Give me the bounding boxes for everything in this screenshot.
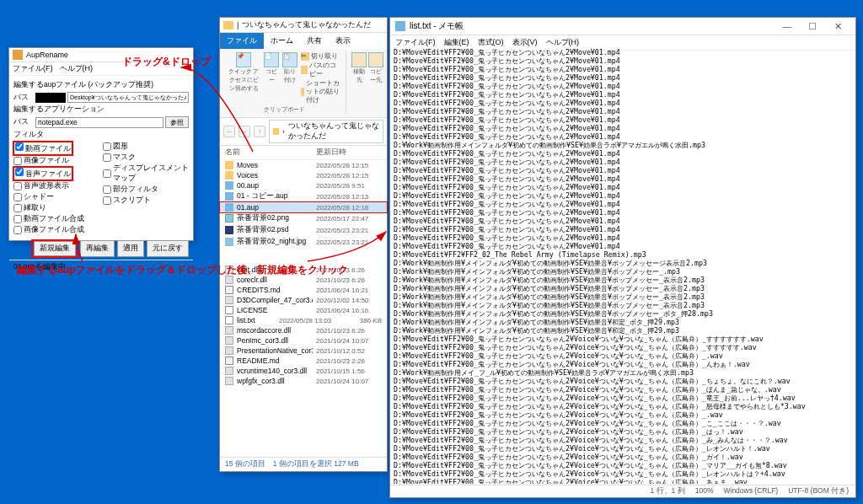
file-item[interactable]: Moves2022/05/28 12:15 — [220, 160, 387, 170]
minimize-button[interactable]: — — [775, 21, 800, 31]
auprename-titlebar[interactable]: AupRename — [9, 48, 193, 62]
col-date[interactable]: 更新日時 — [316, 147, 382, 158]
file-name: LICENSE — [237, 306, 313, 314]
filter-縁取り[interactable]: 縁取り — [13, 203, 99, 213]
file-item[interactable]: vcruntime140_cor3.dll2021/10/15 1:56 — [220, 366, 387, 376]
file-item[interactable]: README.md2021/10/23 2:26 — [220, 356, 387, 366]
move-to-icon[interactable] — [351, 52, 367, 67]
explorer-status: 15 個の項目 1 個の項目を選択 127 MB — [220, 457, 387, 471]
dll-icon — [225, 377, 233, 385]
filter-動画ファイル合成[interactable]: 動画ファイル合成 — [13, 214, 99, 224]
dll-icon — [225, 346, 233, 355]
copy-path-item[interactable]: パスのコピー — [301, 62, 342, 78]
file-item[interactable]: CREDITS.md2021/06/24 16:21 — [220, 285, 387, 295]
file-item[interactable]: 00.aup2022/05/28 9:51 — [220, 180, 387, 190]
nav-back[interactable]: ← — [223, 126, 235, 137]
folder-icon — [225, 161, 233, 169]
re-edit-button[interactable]: 再編集 — [80, 240, 115, 257]
file-item[interactable]: coreclr.dll2021/10/23 6:26 — [220, 275, 387, 285]
file-item[interactable]: Voices2022/05/28 12:15 — [220, 170, 387, 180]
filter-シャドー[interactable]: シャドー — [13, 192, 99, 202]
file-date: 2022/05/17 22:47 — [316, 215, 382, 223]
filter-画像ファイル合成[interactable]: 画像ファイル合成 — [13, 225, 99, 235]
filter-動画ファイル[interactable]: 動画ファイル — [13, 142, 99, 155]
tab-home[interactable]: ホーム — [264, 33, 300, 49]
file-date: 2020/12/02 14:50 — [316, 297, 382, 304]
file-item[interactable]: 茶番背景02.psd2022/05/23 23:21 — [220, 224, 387, 236]
file-date: 2021/06/24 16:21 — [316, 287, 382, 294]
dll-icon — [225, 367, 233, 375]
file-item[interactable]: PenImc_cor3.dll2021/10/24 10:07 — [220, 335, 387, 346]
app-path-input[interactable] — [35, 117, 163, 128]
filter-部分フィルタ[interactable]: 部分フィルタ — [103, 185, 189, 195]
file-item[interactable]: 茶番背景02.png2022/05/17 22:47 — [220, 212, 387, 224]
file-item[interactable]: mscordaccore.dll2021/10/23 6:26 — [220, 325, 387, 335]
aup-icon — [225, 181, 233, 190]
copy-icon[interactable]: 📄 — [264, 52, 279, 67]
filter-スクリプト[interactable]: スクリプト — [103, 196, 189, 206]
tab-share[interactable]: 共有 — [300, 33, 329, 49]
paste-label: 貼り付け — [282, 67, 297, 84]
jpg-icon — [225, 238, 233, 246]
np-menu-view[interactable]: 表示(V) — [512, 37, 538, 48]
file-date: 2021/10/23 2:26 — [316, 357, 382, 365]
file-date: 2021/10/12 0:52 — [316, 347, 382, 355]
nav-fwd[interactable]: → — [239, 126, 250, 137]
file-item[interactable]: 01.aup2022/05/28 12:18 — [219, 201, 388, 213]
auprename-status: 01.aupを編集中 — [9, 260, 193, 274]
file-date: 2022/05/23 23:21 — [316, 227, 382, 234]
copy-to-icon[interactable] — [368, 52, 383, 67]
nav-up[interactable]: ↑ — [254, 126, 265, 137]
file-item[interactable]: 01 - コピー.aup2022/05/28 12:13 — [220, 190, 387, 202]
filter-音声ファイル[interactable]: 音声ファイル — [13, 167, 99, 180]
file-date: 2022/05/28 12:15 — [316, 162, 382, 169]
tab-view[interactable]: 表示 — [329, 33, 357, 49]
file-date: 2022/05/28 13:03 — [279, 317, 345, 324]
file-item[interactable]: 茶番背景02_night.jpg2022/05/23 23:21 — [220, 236, 387, 248]
file-item[interactable]: list.txt2022/05/28 13:03386 KB — [220, 315, 387, 325]
apply-button[interactable]: 適用 — [117, 240, 144, 257]
paste-icon[interactable]: 📋 — [282, 52, 297, 67]
file-name: 茶番背景02_night.jpg — [237, 237, 313, 247]
col-name[interactable]: 名前 — [225, 147, 316, 158]
paste-shortcut-item[interactable]: ショートカットの貼り付け — [301, 79, 342, 105]
file-list-header: 名前 更新日時 — [220, 146, 387, 160]
filter-ディスプレイスメントマップ[interactable]: ディスプレイスメントマップ — [103, 164, 189, 184]
file-name: mscordaccore.dll — [237, 326, 313, 335]
revert-button[interactable]: 元に戻す — [147, 240, 189, 257]
filter-画像ファイル[interactable]: 画像ファイル — [13, 156, 99, 166]
explorer-titlebar[interactable]: | ついなちゃんって鬼じゃなかったんだ — [220, 18, 387, 33]
np-menu-edit[interactable]: 編集(E) — [444, 37, 469, 48]
file-item[interactable]: D3DCompiler_47_cor3.dll2020/12/02 14:50 — [220, 295, 387, 305]
maximize-button[interactable]: ☐ — [800, 21, 825, 32]
new-edit-button[interactable]: 新規編集 — [34, 241, 76, 256]
filter-音声波形表示[interactable]: 音声波形表示 — [13, 181, 99, 191]
psd-icon — [225, 226, 233, 234]
file-name: 01.aup — [237, 203, 313, 212]
filter-マスク[interactable]: マスク — [103, 153, 189, 163]
file-item[interactable]: clrjit.dll2021/10/23 6:26 — [220, 265, 387, 275]
close-button[interactable]: ✕ — [825, 21, 850, 32]
tab-file[interactable]: ファイル — [220, 33, 264, 49]
np-menu-file[interactable]: ファイル(F) — [395, 37, 436, 48]
aup-icon — [225, 203, 233, 212]
menu-file[interactable]: ファイル(F) — [13, 63, 53, 74]
file-item[interactable]: LICENSE2021/06/24 16:16 — [220, 305, 387, 315]
notepad-titlebar[interactable]: list.txt - メモ帳 — ☐ ✕ — [390, 18, 855, 35]
np-menu-help[interactable]: ヘルプ(H) — [546, 37, 580, 48]
menu-help[interactable]: ヘルプ(H) — [60, 63, 94, 74]
np-menu-format[interactable]: 書式(O) — [478, 37, 504, 48]
file-item[interactable]: wpfgfx_cor3.dll2021/10/24 10:07 — [220, 376, 387, 386]
aup-path-input[interactable] — [67, 92, 189, 103]
notepad-content[interactable]: D:¥Move¥Edit¥FF2¥00_鬼っ子ヒカセンついなちゃん2¥Move¥… — [390, 48, 855, 484]
file-name: 01 - コピー.aup — [237, 191, 313, 201]
breadcrumb[interactable]: › ついなちゃんって鬼じゃなかったんだ — [269, 120, 383, 143]
file-name: vcruntime140_cor3.dll — [237, 367, 313, 375]
pin-icon[interactable]: 📌 — [236, 52, 251, 67]
cut-item[interactable]: ✂切り取り — [301, 52, 342, 61]
file-item[interactable]: PresentationNative_cor3.dll2021/10/12 0:… — [220, 346, 387, 356]
file-date: 2022/05/28 12:15 — [316, 172, 382, 180]
filter-図形[interactable]: 図形 — [103, 142, 189, 152]
browse-button[interactable]: 参照 — [165, 116, 189, 128]
file-date: 2022/05/28 12:13 — [316, 193, 382, 201]
